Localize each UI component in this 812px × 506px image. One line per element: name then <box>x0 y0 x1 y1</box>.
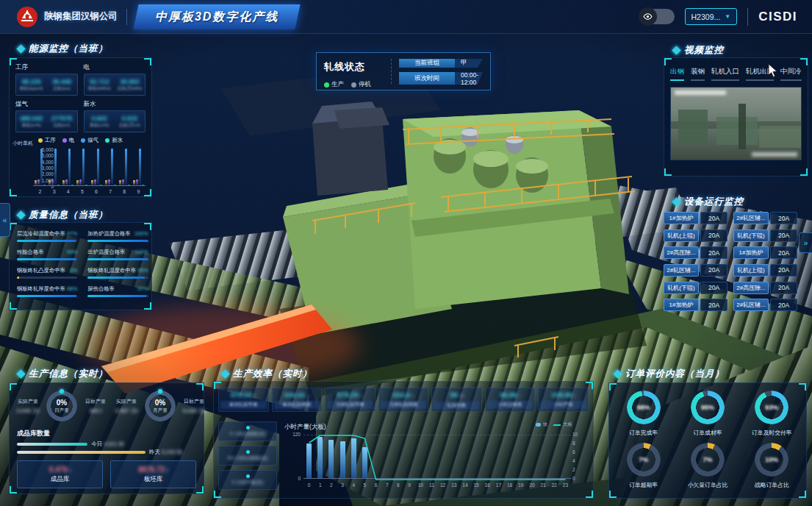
stock-box-label: 成品库 <box>51 475 70 484</box>
stock-box-value: 8876.72 t <box>138 466 168 474</box>
energy-metric-value: 39.449 <box>52 78 71 85</box>
efficiency-side-stats: 0 小时过钢量(块)8.4 当班过钢量(块)0 当班产量(块) <box>218 421 277 490</box>
equipment-label: 2#轧区辅... <box>664 264 699 277</box>
gauge-label: 日产量 <box>54 407 69 414</box>
quality-item-row: 钢板终轧厚度命中率98% <box>17 285 77 293</box>
quality-item: 加热炉温度合格率100% <box>87 230 148 242</box>
production-panel-title: 生产信息（实时） <box>18 368 108 380</box>
stock-title: 成品库数量 <box>17 429 204 438</box>
quality-grid: 层流冷却温度命中率97%加热炉温度合格率100%性能合格率99%出炉温度合格率1… <box>10 223 151 304</box>
equipment-label: 轧机(上辊) <box>733 264 769 277</box>
video-tab-0[interactable]: 出钢 <box>670 67 684 81</box>
equipment-value: 20A <box>700 212 727 224</box>
bar <box>43 185 46 185</box>
video-tab-3[interactable]: 轧机出口 <box>746 67 774 81</box>
toggle-knob <box>639 7 657 26</box>
energy-group-box: 52.713单耗(kWh/t)30.663总耗(万kWh) <box>84 74 146 96</box>
bar <box>51 179 54 185</box>
bar <box>142 185 144 185</box>
energy-metric: 30.663总耗(万kWh) <box>115 74 145 95</box>
x-axis-label: 15 <box>470 482 482 488</box>
collapse-left-tab[interactable]: « <box>0 203 10 237</box>
equipment-item[interactable]: 2#高压除...20A <box>664 246 727 259</box>
equipment-item[interactable]: 轧机(下辊)20A <box>664 282 727 294</box>
equipment-item[interactable]: 2#高压除...20A <box>733 282 797 294</box>
hourly-output-chart-title: 小时产量(大板) <box>284 423 326 432</box>
gauge-label: 月产量 <box>153 407 168 414</box>
quality-label: 层流冷却温度命中率 <box>17 230 65 238</box>
x-axis-label: 5 <box>359 482 370 488</box>
bar <box>71 185 73 185</box>
video-watermark-blur <box>752 152 797 157</box>
video-feed[interactable] <box>670 87 802 160</box>
energy-panel: 工序68.226单耗(kgce/t)39.449总耗(tce)电52.713单耗… <box>9 57 152 197</box>
progress-track <box>87 277 148 279</box>
stock-boxes: 0.476 t成品库8876.72 t板坯库 <box>17 460 196 488</box>
legend-label: 工序 <box>45 137 56 144</box>
donut-chart: 93%订单及时交付率 <box>741 391 803 437</box>
bar-group: 8 <box>119 149 130 185</box>
shift-time-label: 班次时间 <box>399 72 455 85</box>
efficiency-stat-label: 小时产量 <box>540 401 586 409</box>
production-gauge: 实际产量0.045 万t0%日产量目标产量900 t <box>12 391 111 421</box>
x-axis-label: 23 <box>559 482 571 488</box>
hourly-output-plot: 0120024681001234567891011121314151617181… <box>303 435 571 479</box>
progress-fill <box>17 258 76 260</box>
video-shape <box>716 117 758 145</box>
line-status-legend: 生产 停机 <box>324 80 391 89</box>
energy-metric-unit: 单耗(kgce/t) <box>20 85 43 92</box>
efficiency-stat-unit: s <box>412 393 414 398</box>
equipment-item[interactable]: 2#轧区辅...20A <box>733 212 797 224</box>
collapse-right-tab[interactable]: » <box>799 232 812 253</box>
quality-item: 钢板终轧温度命中率95% <box>87 267 148 279</box>
device-select[interactable]: H2309... ▼ <box>685 8 738 25</box>
legend-label: 大板 <box>563 421 572 428</box>
equipment-item[interactable]: 1#加热炉20A <box>664 212 727 224</box>
header-divider-2 <box>747 8 748 26</box>
video-tab-1[interactable]: 装钢 <box>691 67 705 81</box>
gauge-percent: 0% <box>155 399 165 407</box>
energy-metric-unit: 单耗(kWh/t) <box>87 85 110 92</box>
equipment-label: 轧机(上辊) <box>664 229 699 242</box>
equipment-item[interactable]: 1#加热炉20A <box>733 246 797 259</box>
stock-bar <box>17 443 87 446</box>
bar <box>37 179 40 185</box>
line-swatch-icon <box>553 424 561 426</box>
video-tab-2[interactable]: 轧机入口 <box>711 67 739 81</box>
equipment-item[interactable]: 2#轧区辅...20A <box>664 264 727 277</box>
efficiency-stat-value: 434.41 s <box>284 391 310 399</box>
x-axis-label: 10 <box>414 482 426 488</box>
quality-label: 钢板终轧厚度命中率 <box>17 285 65 293</box>
energy-chart-title: 小时单耗 <box>12 140 33 147</box>
bar <box>114 185 116 185</box>
efficiency-side-label: 0 小时过钢量(块) <box>230 431 266 438</box>
x-axis-label: 9 <box>133 189 144 194</box>
efficiency-stats: 579.23 s单块轧制节奏434.41 s单块轧制周期579.25 s当班轧制… <box>214 382 593 412</box>
equipment-item[interactable]: 2#轧区辅...20A <box>733 299 797 311</box>
energy-group-name: 新水 <box>84 100 146 109</box>
energy-group-box: 486.040单耗(m³/t)277578总耗(m³) <box>15 110 78 132</box>
donut-ring: 93% <box>755 391 788 424</box>
x-axis-label: 18 <box>504 482 516 488</box>
donut-value: 98% <box>627 391 661 424</box>
quality-label: 加热炉温度合格率 <box>87 230 130 238</box>
green-dot-icon <box>324 82 329 88</box>
x-axis-label: 9 <box>403 482 415 488</box>
equipment-item[interactable]: 轧机(上辊)20A <box>664 229 727 242</box>
y-axis-tick-right: 10 <box>572 432 583 437</box>
progress-fill <box>17 240 76 242</box>
quality-value: 98% <box>67 285 78 293</box>
hourly-output-legend: 块大板 <box>536 421 573 428</box>
efficiency-stat-label: 当班轧制周期 <box>381 401 427 409</box>
efficiency-panel-title: 生产效率（实时） <box>222 368 312 380</box>
video-tab-4[interactable]: 中间冷 <box>780 67 802 81</box>
equipment-item[interactable]: 轧机(上辊)20A <box>733 264 797 277</box>
equipment-item[interactable]: 轧机(下辊)20A <box>733 229 797 242</box>
shift-team-field: 当前班组 甲 <box>399 59 483 68</box>
equipment-item[interactable]: 1#加热炉20A <box>664 299 727 311</box>
donut-ring: 7% <box>691 443 725 477</box>
donut-ring: 10% <box>755 443 788 477</box>
efficiency-side-stat: 8.4 当班过钢量(块) <box>218 446 277 466</box>
bar-group: 2 <box>35 149 46 185</box>
visibility-toggle[interactable] <box>639 9 675 24</box>
